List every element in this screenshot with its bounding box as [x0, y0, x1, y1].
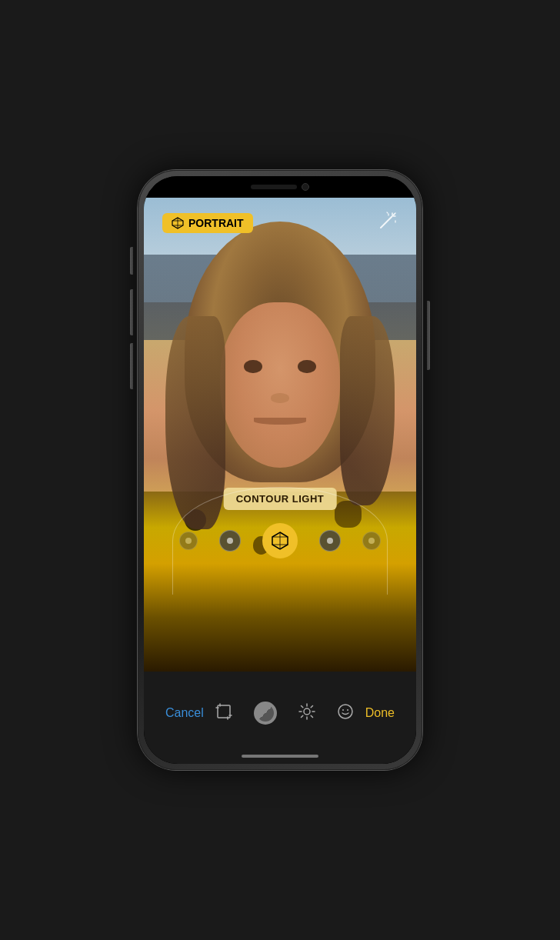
bottom-toolbar: Cancel: [144, 672, 416, 764]
portrait-photo: [144, 198, 416, 672]
portrait-badge[interactable]: PORTRAIT: [162, 213, 253, 233]
more-button[interactable]: [337, 703, 354, 724]
cube-icon-selector: [270, 531, 290, 551]
nose: [271, 393, 290, 403]
right-eye: [298, 360, 315, 373]
svg-point-30: [338, 705, 352, 718]
stage-mono-dot-inner: [368, 538, 375, 544]
svg-point-21: [304, 708, 310, 715]
svg-line-11: [387, 212, 388, 213]
crop-button[interactable]: [215, 703, 232, 724]
mute-button[interactable]: [130, 247, 133, 275]
filters-button[interactable]: [254, 702, 277, 725]
adjustments-button[interactable]: [298, 703, 315, 724]
natural-dot-inner: [227, 538, 233, 544]
phone-frame: PORTRAIT: [138, 170, 422, 770]
top-bar: PORTRAIT: [144, 204, 416, 242]
svg-line-8: [394, 213, 395, 215]
stage-mono-light-option[interactable]: [362, 532, 381, 550]
studio-light-option[interactable]: [179, 532, 198, 550]
svg-line-26: [301, 705, 302, 707]
portrait-label: PORTRAIT: [188, 217, 244, 229]
home-indicator: [144, 748, 416, 764]
stage-dot-inner: [327, 538, 333, 544]
volume-down-button[interactable]: [130, 343, 133, 389]
light-options-row: [179, 523, 381, 558]
screen-content: PORTRAIT: [144, 176, 416, 764]
contour-light-option[interactable]: [262, 523, 298, 558]
hair-right: [340, 316, 395, 505]
left-eye: [244, 360, 262, 373]
svg-rect-16: [218, 705, 230, 718]
speaker-grille: [251, 185, 297, 189]
cube-icon: [172, 217, 184, 229]
front-camera: [302, 183, 309, 191]
face: [220, 302, 340, 468]
svg-line-4: [381, 217, 392, 228]
toolbar-row: Cancel: [144, 672, 416, 748]
natural-light-option[interactable]: [219, 530, 241, 552]
svg-line-27: [311, 715, 312, 717]
home-bar: [242, 755, 318, 758]
toolbar-icons: [204, 702, 365, 725]
volume-up-button[interactable]: [130, 289, 133, 335]
mouth: [254, 418, 307, 425]
filters-icon: [257, 705, 274, 722]
magic-wand-button[interactable]: [378, 211, 398, 235]
notch: [222, 176, 338, 198]
done-button[interactable]: Done: [365, 706, 395, 720]
svg-point-32: [347, 709, 348, 711]
svg-line-28: [311, 705, 312, 707]
stage-light-option[interactable]: [319, 530, 341, 552]
phone-screen: PORTRAIT: [144, 176, 416, 764]
light-selector: [144, 510, 416, 572]
power-button[interactable]: [427, 301, 430, 370]
svg-line-29: [301, 715, 302, 717]
photo-area: CONTOUR LIGHT: [144, 198, 416, 672]
svg-point-31: [342, 709, 344, 711]
cancel-button[interactable]: Cancel: [165, 706, 204, 720]
studio-dot-inner: [185, 538, 192, 544]
